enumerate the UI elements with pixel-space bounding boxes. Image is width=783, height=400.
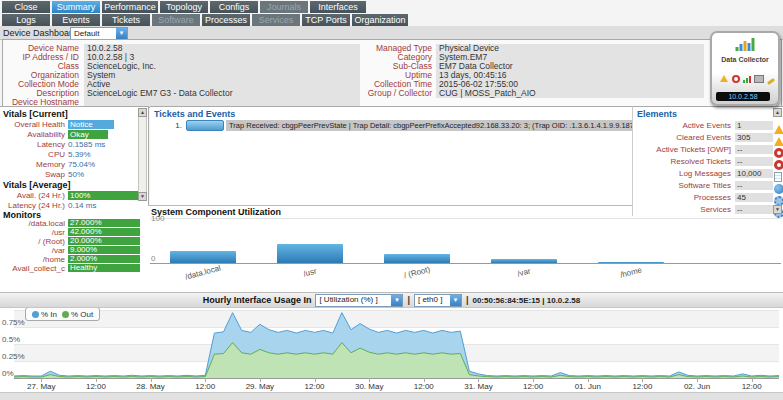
lifering-icon [732,75,740,83]
vital-label: Overall Health [0,120,65,129]
separator: | [466,295,469,305]
device-info-label: Group / Collector [358,89,432,98]
tab-close[interactable]: Close [2,1,50,13]
chart-legend: % In % Out [25,307,100,321]
tab-journals: Journals [260,1,308,13]
element-label: Resolved Tickets [635,157,731,166]
interface-select[interactable]: [ eth0 ] ▼ [414,294,462,307]
element-value: -- [735,157,773,166]
element-label: Processes [635,193,731,202]
x-axis-tick-label: 30. May [347,382,391,391]
sysutil-chart-title: System Component Utilization [151,207,281,217]
x-axis-line [14,378,779,379]
device-summary-screen: CloseSummaryPerformanceTopologyConfigsJo… [0,0,783,400]
vital-status-badge: Notice [68,120,114,129]
vital-label: /data.local [0,219,65,228]
usage-metric-select[interactable]: [ Utilization (%) ] ▼ [315,294,403,307]
tab-topology[interactable]: Topology [160,1,208,13]
device-info-value: Physical Device [436,44,704,53]
x-axis-tick-label: 28. May [129,382,173,391]
tab-tcp-ports[interactable]: TCP Ports [302,14,350,26]
element-label: Active Events [635,121,731,130]
usage-metric-value: [ Utilization (%) ] [316,295,391,305]
bar-/usr [277,244,343,263]
vitals-monitors-panel: Vitals [Current] Overall HealthNoticeAva… [0,106,149,293]
out-series-swatch [62,311,69,318]
legend-item-in[interactable]: % In [32,310,57,319]
x-axis-tick-label: 12:00 [511,382,555,391]
x-axis-tick-label: 27. May [19,382,63,391]
gridline [14,310,779,311]
scroll-up-icon[interactable]: ▲ [773,108,782,117]
bar-chart-icon [736,38,755,51]
element-label: Active Tickets [OWP] [635,145,731,154]
device-properties-panel: Device Name10.0.2.58IP Address / ID10.0.… [2,39,782,108]
vital-status-badge: 2.000% [68,255,140,263]
chevron-down-icon[interactable]: ▼ [450,295,461,306]
device-ip-badge: 10.0.2.58 [716,92,770,101]
x-axis-tick-label: 12:00 [730,382,774,391]
y-axis-tick-label: 0.5% [2,336,20,344]
tab-performance[interactable]: Performance [102,1,158,13]
dashboard-select-value: Default [71,29,116,39]
tab-organization[interactable]: Organization [352,14,408,26]
tab-logs[interactable]: Logs [2,14,50,26]
legend-item-out[interactable]: % Out [62,310,93,319]
vital-value: 5.39% [68,150,91,159]
chevron-down-icon[interactable]: ▼ [116,28,127,39]
device-info-value: 13 days, 00:45:16 [436,71,704,80]
system-component-utilization-chart: System Component Utilization 1000/data.l… [148,205,783,293]
plot-band [14,327,779,344]
separator: | [407,295,410,305]
vital-status-badge: 20.000% [68,237,140,245]
vitals-scrollbar[interactable] [138,108,147,201]
x-axis-tick-label: 12:00 [620,382,664,391]
y-axis-tick-label: 0% [2,370,14,378]
tab-configs[interactable]: Configs [210,1,258,13]
vital-value: 75.04% [68,160,95,169]
vital-label: /var [0,246,65,255]
device-type-widget[interactable]: Data Collector 10.0.2.58 [710,31,780,106]
chevron-down-icon[interactable]: ▼ [391,295,402,306]
vital-status-badge: Healthy [68,264,140,272]
x-axis-tick-label: 12:00 [74,382,118,391]
device-info-value: System [84,71,360,80]
device-info-value: ScienceLogic EM7 G3 - Data Collector [84,89,360,98]
page-footer-strip [0,392,783,400]
x-axis-tick-label: 01. Jun [566,382,610,391]
plot-band [14,361,779,378]
gridline-100 [150,218,781,219]
event-message-link[interactable]: Trap Received: cbgpPeerPrevState | Trap … [226,120,632,131]
scroll-down-icon[interactable]: ▼ [773,205,782,214]
gridline [14,344,779,345]
vital-status-badge: 100% [68,191,140,200]
x-axis-tick-label: 12:00 [402,382,446,391]
interface-select-value: [ eth0 ] [415,295,450,305]
scroll-up-icon[interactable]: ▲ [138,108,147,117]
tab-processes[interactable]: Processes [202,14,250,26]
vitals-average-title: Vitals [Average] [3,180,71,190]
element-value: 305 [735,133,773,142]
vitals-current-title: Vitals [Current] [3,109,68,119]
vital-label: Latency (24 Hr.) [0,201,65,210]
element-value: 45 [735,193,773,202]
element-label: Cleared Events [635,133,731,142]
tickets-events-title: Tickets and Events [154,109,235,119]
vital-label: /home [0,255,65,264]
vital-label: Memory [0,160,65,169]
tab-tickets[interactable]: Tickets [102,14,150,26]
tab-interfaces[interactable]: Interfaces [310,1,366,13]
device-info-value: CUG | MOSS_Patch_AIO [436,89,704,98]
tab-services: Services [252,14,300,26]
tab-events[interactable]: Events [52,14,100,26]
scroll-down-icon[interactable]: ▼ [138,192,147,201]
device-info-value: EM7 Data Collector [436,62,704,71]
x-axis-line [150,263,781,264]
plot-band [14,344,779,361]
tab-summary[interactable]: Summary [52,1,100,13]
device-info-value: 10.0.2.58 [84,44,360,53]
x-axis-tick-label: 12:00 [293,382,337,391]
device-info-value: 2015-06-02 17:55:00 [436,80,704,89]
element-value: -- [735,181,773,190]
y-axis-tick-label: 0.75% [2,319,25,327]
